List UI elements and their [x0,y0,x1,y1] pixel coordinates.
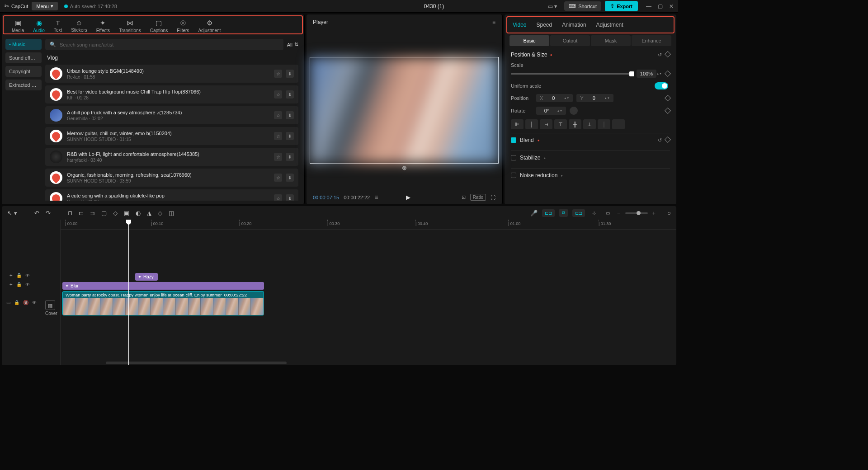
song-item[interactable]: Urban lounge style BGM(1148490) Re-lax ·… [45,65,298,83]
favorite-button[interactable]: ☆ [274,111,282,119]
song-item[interactable]: A chill pop truck with a sexy atmosphere… [45,106,298,124]
zoom-fit[interactable]: ○ [667,210,671,216]
resource-tab-effects[interactable]: ✦Effects [92,18,114,34]
shortcut-button[interactable]: ⌨ Shortcut [564,1,601,11]
resource-tab-stickers[interactable]: ☺Stickers [66,18,92,33]
resource-tab-audio[interactable]: ◉Audio [28,18,49,34]
align-top[interactable]: ⊤ [554,119,567,129]
favorite-button[interactable]: ☆ [274,194,282,201]
resource-tab-filters[interactable]: ⦾Filters [172,18,193,34]
inspector-subtab-enhance[interactable]: Enhance [632,35,671,46]
sidebar-item-music[interactable]: Music [5,39,42,50]
rotate-input[interactable]: 0° ▲▼ [536,107,566,115]
horizontal-scrollbar[interactable] [106,362,287,364]
distribute-h[interactable]: ║ [598,119,610,129]
song-item[interactable]: Organic, fashionable, morning, refreshin… [45,169,298,187]
clip-blur[interactable]: ✦ Blur [62,282,264,290]
stabilize-section[interactable]: Stabilize▸ [511,150,670,164]
download-button[interactable]: ⬇ [286,90,294,99]
maximize-button[interactable]: ▢ [658,3,663,9]
inspector-subtab-basic[interactable]: Basic [509,35,549,46]
export-button[interactable]: ⇧ Export [605,1,638,11]
stabilize-checkbox[interactable] [511,155,516,160]
zoom-out[interactable]: − [617,210,621,216]
favorite-button[interactable]: ☆ [274,90,282,99]
resource-tab-captions[interactable]: ▢Captions [146,18,172,34]
delete-tool[interactable]: ▢ [101,210,107,216]
align-center-h[interactable]: ╪ [525,119,538,129]
redo-button[interactable]: ↷ [46,210,51,216]
song-item[interactable]: R&B with Lo-Fi, light and comfortable at… [45,148,298,166]
position-y-input[interactable]: Y 0 ▲▼ [576,94,613,102]
preview-button[interactable]: ⊹ [590,209,599,217]
eye-icon[interactable]: 👁 [25,282,30,287]
search-input[interactable]: 🔍 Search song name/artist [45,39,283,50]
sidebar-item-extracteda[interactable]: Extracted a… [5,80,42,90]
favorite-button[interactable]: ☆ [274,174,282,182]
inspector-tab-speed[interactable]: Speed [535,20,553,30]
download-button[interactable]: ⬇ [286,194,294,201]
rotate-tool[interactable]: ◇ [158,210,162,216]
split-tool[interactable]: ⊓ [68,210,72,216]
lock-icon[interactable]: 🔒 [16,282,22,287]
favorite-button[interactable]: ☆ [274,132,282,140]
song-item[interactable]: Merrow guitar, chill out, winter, emo b(… [45,127,298,145]
uniform-scale-toggle[interactable] [655,82,668,89]
song-item[interactable]: A cute song with a sparkling ukulele-lik… [45,189,298,201]
mirror-tool[interactable]: ◮ [147,210,151,216]
sidebar-item-soundeff[interactable]: Sound eff… [5,52,42,63]
download-button[interactable]: ⬇ [286,70,294,78]
sidebar-item-copyright[interactable]: Copyright [5,66,42,77]
resource-tab-text[interactable]: TText [49,18,66,33]
download-button[interactable]: ⬇ [286,111,294,119]
scale-value[interactable]: 100% [637,70,656,78]
eye-icon[interactable]: 👁 [25,273,30,278]
link-button[interactable]: ⊏⊐ [572,209,585,217]
eye-icon[interactable]: 👁 [32,300,37,305]
select-tool[interactable]: ↖ ▾ [7,210,17,216]
position-x-input[interactable]: X 0 ▲▼ [536,94,573,102]
clip-hazy[interactable]: ✦ Hazy [135,273,158,281]
video-preview[interactable]: ⊛ [310,57,499,164]
favorite-button[interactable]: ☆ [274,70,282,78]
play-button[interactable]: ▶ [406,194,410,201]
filter-all-button[interactable]: All ⇅ [287,42,298,47]
minimize-button[interactable]: — [646,3,651,9]
list-icon[interactable]: ≣ [374,194,378,200]
scale-slider[interactable] [511,73,632,75]
crop-tool[interactable]: ◇ [113,210,118,216]
effect-icon[interactable]: ✦ [9,273,13,278]
scale-stepper[interactable]: ▲▼ [656,72,662,75]
keyframe-icon[interactable] [665,51,671,57]
align-bottom[interactable]: ⊥ [583,119,596,129]
inspector-subtab-mask[interactable]: Mask [591,35,631,46]
keyframe-icon[interactable] [665,136,671,142]
inspector-tab-video[interactable]: Video [512,20,527,30]
position-keyframe[interactable] [665,95,671,101]
resource-tab-transitions[interactable]: ⋈Transitions [114,18,146,34]
download-button[interactable]: ⬇ [286,174,294,182]
inspector-tab-animation[interactable]: Animation [561,20,587,30]
reset-icon[interactable]: ↺ [658,137,662,143]
copy-tool[interactable]: ▣ [124,210,129,216]
noise-checkbox[interactable] [511,173,516,178]
lock-icon[interactable]: 🔒 [14,300,19,305]
download-button[interactable]: ⬇ [286,153,294,161]
song-item[interactable]: Best for video background music Chill Tr… [45,85,298,103]
track-button[interactable]: ▭ [603,209,613,217]
align-center-v[interactable]: ╫ [569,119,581,129]
favorite-button[interactable]: ☆ [274,153,282,161]
lock-icon[interactable]: 🔒 [16,273,22,278]
split-right[interactable]: ⊐ [90,210,95,216]
scan-icon[interactable]: ⊡ [462,194,466,200]
zoom-in[interactable]: + [652,210,656,216]
playhead[interactable] [128,220,129,365]
reverse-tool[interactable]: ◐ [136,210,141,216]
ratio-button[interactable]: Ratio [470,194,486,201]
magnet-button[interactable]: ⧉ [559,209,568,217]
mic-icon[interactable]: 🎤 [530,210,538,216]
cover-button[interactable]: ▦ Cover [45,300,57,316]
blend-checkbox[interactable] [511,137,516,143]
inspector-tab-adjustment[interactable]: Adjustment [595,20,624,30]
inspector-subtab-cutout[interactable]: Cutout [550,35,590,46]
